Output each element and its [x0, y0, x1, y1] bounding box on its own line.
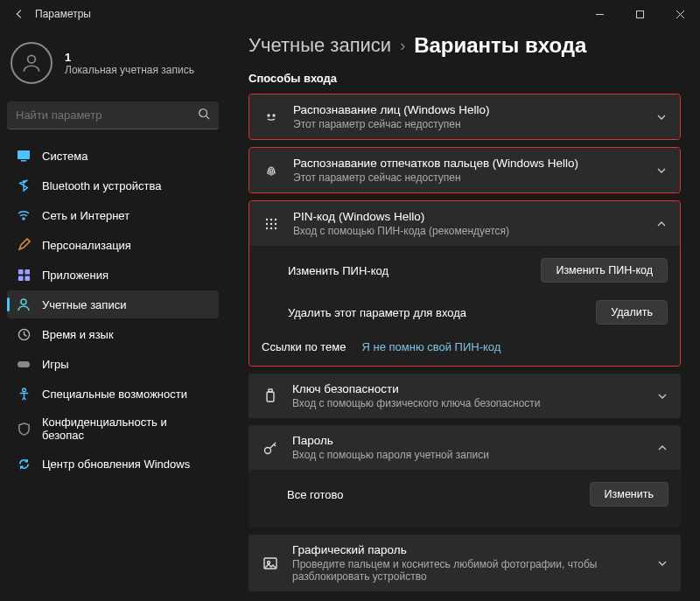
fingerprint-icon	[262, 161, 281, 180]
related-links-row: Ссылки по теме Я не помню свой ПИН-код	[262, 333, 668, 353]
sidebar-item-label: Персонализация	[42, 239, 131, 252]
related-links-heading: Ссылки по теме	[262, 340, 346, 353]
sidebar-item-apps[interactable]: Приложения	[7, 261, 219, 289]
svg-point-21	[270, 218, 272, 220]
usb-key-icon	[261, 387, 280, 406]
keypad-icon	[262, 214, 281, 234]
user-name: 1	[65, 51, 194, 64]
svg-point-5	[200, 108, 207, 116]
key-icon	[261, 438, 280, 458]
password-status-label: Все готово	[287, 488, 343, 501]
change-pin-button[interactable]: Изменить ПИН-код	[541, 258, 668, 283]
section-heading: Способы входа	[248, 72, 681, 85]
sidebar-item-gaming[interactable]: Игры	[7, 350, 219, 378]
svg-point-14	[21, 299, 26, 304]
sidebar-item-label: Приложения	[42, 269, 108, 282]
search-icon	[198, 108, 210, 123]
search-input[interactable]	[16, 108, 198, 122]
sidebar-item-system[interactable]: Система	[7, 142, 219, 170]
main-content: Учетные записи › Варианты входа Способы …	[226, 28, 700, 601]
svg-line-6	[206, 115, 210, 119]
sidebar-item-label: Специальные возможности	[42, 388, 187, 401]
svg-point-22	[275, 218, 276, 220]
accessibility-icon	[16, 386, 32, 402]
option-subtitle: Проведите пальцем и коснитесь любимой фо…	[292, 558, 644, 583]
pin-change-label: Изменить ПИН-код	[288, 264, 388, 277]
bluetooth-icon	[16, 178, 32, 193]
shield-icon	[16, 421, 32, 437]
svg-point-19	[273, 115, 275, 116]
svg-rect-11	[24, 269, 30, 274]
option-face-header[interactable]: Распознавание лиц (Windows Hello) Этот п…	[249, 94, 680, 139]
option-subtitle: Этот параметр сейчас недоступен	[293, 118, 643, 130]
profile-block[interactable]: 1 Локальная учетная запись	[7, 35, 219, 98]
avatar	[10, 42, 52, 84]
breadcrumb: Учетные записи › Варианты входа	[248, 33, 681, 58]
svg-point-26	[266, 227, 268, 228]
sidebar-item-network[interactable]: Сеть и Интернет	[7, 201, 219, 229]
svg-rect-1	[636, 10, 643, 17]
svg-rect-10	[18, 269, 23, 274]
svg-point-24	[270, 222, 272, 224]
system-icon	[16, 148, 32, 164]
option-face-recognition: Распознавание лиц (Windows Hello) Этот п…	[248, 94, 681, 140]
title-bar: Параметры	[0, 0, 700, 28]
smile-icon	[262, 108, 281, 127]
pin-remove-row: Удалить этот параметр для входа Удалить	[262, 291, 668, 333]
svg-point-17	[22, 388, 25, 391]
svg-rect-13	[24, 276, 30, 281]
change-password-button[interactable]: Изменить	[590, 482, 668, 507]
option-picture-password-header[interactable]: Графический пароль Проведите пальцем и к…	[248, 535, 681, 591]
close-button[interactable]	[660, 0, 700, 28]
svg-rect-8	[21, 160, 26, 162]
sidebar-item-label: Центр обновления Windows	[42, 458, 190, 471]
option-subtitle: Вход с помощью физического ключа безопас…	[292, 397, 644, 409]
minimize-button[interactable]	[579, 0, 620, 28]
sidebar-item-accessibility[interactable]: Специальные возможности	[7, 380, 219, 408]
sidebar-item-personalization[interactable]: Персонализация	[7, 231, 219, 259]
chevron-down-icon	[656, 390, 668, 402]
chevron-up-icon	[656, 442, 668, 454]
option-pin-body: Изменить ПИН-код Изменить ПИН-код Удалит…	[249, 246, 680, 366]
nav-list: Система Bluetooth и устройства Сеть и Ин…	[7, 142, 219, 478]
chevron-right-icon: ›	[400, 37, 405, 55]
window-title: Параметры	[35, 8, 91, 20]
sidebar-item-label: Система	[42, 150, 88, 163]
svg-rect-16	[18, 361, 30, 367]
option-password-header[interactable]: Пароль Вход с помощью пароля учетной зап…	[248, 425, 681, 470]
sidebar-item-update[interactable]: Центр обновления Windows	[7, 450, 219, 478]
sidebar: 1 Локальная учетная запись Система Bluet…	[0, 28, 226, 601]
sidebar-item-time-language[interactable]: Время и язык	[7, 320, 219, 348]
chevron-up-icon	[655, 218, 668, 230]
brush-icon	[16, 237, 32, 253]
chevron-down-icon	[656, 557, 668, 570]
option-title: Пароль	[292, 434, 644, 447]
account-type: Локальная учетная запись	[65, 64, 194, 76]
back-button[interactable]	[10, 5, 28, 23]
option-security-key: Ключ безопасности Вход с помощью физичес…	[248, 374, 681, 418]
svg-rect-7	[18, 150, 30, 159]
sidebar-item-label: Конфиденциальность и безопас	[42, 416, 210, 442]
breadcrumb-parent[interactable]: Учетные записи	[248, 34, 391, 57]
option-password-body: Все готово Изменить	[248, 470, 681, 528]
sidebar-item-bluetooth[interactable]: Bluetooth и устройства	[7, 171, 219, 199]
option-pin-header[interactable]: PIN-код (Windows Hello) Вход с помощью П…	[249, 201, 680, 246]
svg-point-20	[266, 218, 268, 220]
sidebar-item-privacy[interactable]: Конфиденциальность и безопас	[7, 409, 219, 448]
pin-remove-label: Удалить этот параметр для входа	[288, 306, 466, 319]
search-box[interactable]	[7, 101, 219, 129]
sidebar-item-label: Учетные записи	[42, 298, 126, 311]
chevron-down-icon	[655, 164, 668, 177]
svg-point-9	[23, 218, 24, 220]
forgot-pin-link[interactable]: Я не помню свой ПИН-код	[361, 340, 500, 353]
remove-pin-button[interactable]: Удалить	[596, 300, 668, 325]
option-subtitle: Этот параметр сейчас недоступен	[293, 171, 643, 184]
svg-point-27	[270, 227, 272, 228]
option-subtitle: Вход с помощью пароля учетной записи	[292, 449, 644, 461]
option-security-key-header[interactable]: Ключ безопасности Вход с помощью физичес…	[248, 374, 681, 418]
option-title: Распознавание отпечатков пальцев (Window…	[293, 157, 643, 170]
option-fingerprint-header[interactable]: Распознавание отпечатков пальцев (Window…	[249, 148, 680, 192]
maximize-button[interactable]	[620, 0, 660, 28]
sidebar-item-accounts[interactable]: Учетные записи	[7, 290, 219, 318]
svg-point-23	[266, 222, 268, 224]
